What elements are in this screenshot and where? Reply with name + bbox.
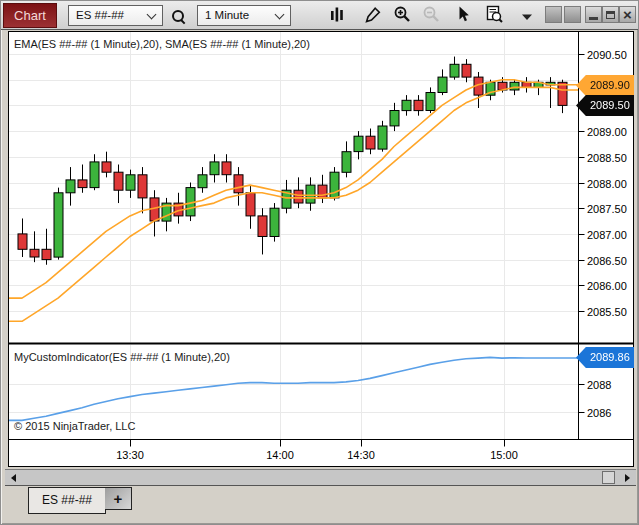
tab-bar: ES ##-## + — [5, 487, 636, 517]
svg-text:2087.00: 2087.00 — [587, 229, 627, 241]
svg-text:15:00: 15:00 — [490, 449, 518, 461]
panel2-indicator-label: MyCustomIndicator(ES ##-## (1 Minute),20… — [14, 351, 230, 363]
arrow-left-icon — [11, 474, 16, 482]
svg-text:2086.00: 2086.00 — [587, 280, 627, 292]
scroll-left-button[interactable] — [5, 470, 22, 485]
svg-text:14:30: 14:30 — [347, 449, 375, 461]
indicator-value-marker: 2089.86 — [576, 347, 634, 368]
arrow-right-icon — [625, 474, 630, 482]
svg-text:2087.50: 2087.50 — [587, 203, 627, 215]
svg-text:13:30: 13:30 — [116, 449, 144, 461]
svg-text:14:00: 14:00 — [266, 449, 294, 461]
svg-text:2086: 2086 — [587, 407, 611, 419]
svg-text:2088.50: 2088.50 — [587, 152, 627, 164]
last-price-marker: 2089.50 — [576, 95, 634, 116]
svg-text:2088: 2088 — [587, 379, 611, 391]
horizontal-scrollbar[interactable] — [5, 469, 636, 486]
svg-text:2086.50: 2086.50 — [587, 255, 627, 267]
svg-text:2088.00: 2088.00 — [587, 178, 627, 190]
tab-es-instrument[interactable]: ES ##-## — [28, 487, 106, 514]
svg-text:2089.00: 2089.00 — [587, 126, 627, 138]
svg-text:2090.50: 2090.50 — [587, 49, 627, 61]
chart-window: Chart ES ##-## 1 Minute — [0, 0, 639, 525]
copyright-label: © 2015 NinjaTrader, LLC — [14, 420, 135, 432]
svg-text:2085.50: 2085.50 — [587, 306, 627, 318]
ema-price-marker: 2089.90 — [576, 75, 634, 96]
scroll-right-button[interactable] — [619, 470, 636, 485]
add-tab-button[interactable]: + — [105, 487, 132, 510]
price-chart-canvas[interactable]: 2090.502089.002088.502088.002087.502087.… — [1, 1, 639, 525]
overlay-indicator-label: EMA(ES ##-## (1 Minute),20), SMA(ES ##-#… — [14, 38, 310, 50]
scrollbar-thumb[interactable] — [602, 471, 615, 484]
